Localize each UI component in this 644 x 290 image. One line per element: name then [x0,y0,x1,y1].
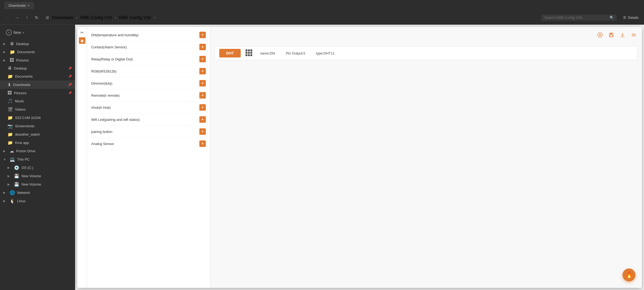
expand-arrow-icon: ▶ [3,50,8,54]
sidebar-item-network[interactable]: ▶ 🌐 Network [0,189,75,197]
svg-rect-14 [248,52,250,54]
details-button[interactable]: ☰ Details [621,15,641,21]
dht-grid-icon[interactable] [245,49,253,58]
forward-button[interactable]: → [13,13,21,22]
add-contact-button[interactable]: + [199,44,206,50]
breadcrumb: Downloads › KME Config V16 › KME Config … [50,15,155,20]
kmeapp-icon: 📁 [8,140,13,145]
sidebar-item-newvol2[interactable]: ▶ 💾 New Volume [0,180,75,189]
expand-arrow-icon: ▶ [8,174,12,178]
flame-button[interactable]: 🔥 [623,269,635,281]
save-action-button[interactable] [607,31,616,39]
search-box: 🔍 [541,15,617,21]
list-item[interactable]: irhub(ir Hub) + [87,102,210,114]
scissors-icon[interactable]: ✂ [80,30,84,35]
sidebar-item-label: deauther_watch [15,132,72,136]
list-item[interactable]: pairing button + [87,126,210,138]
sidebar-item-label: Desktop [16,42,72,46]
screenshots-icon: 📷 [8,124,13,129]
svg-rect-13 [246,52,247,54]
breadcrumb-kme1[interactable]: KME Config V16 [79,15,114,20]
cut-bar: ✂ ▣ [77,27,87,288]
list-item[interactable]: Remote(ir remote) + [87,89,210,102]
details-label: Details [628,16,639,20]
sidebar-item-osc[interactable]: ▶ 💿 OS (C:) [0,164,75,172]
breadcrumb-downloads[interactable]: Downloads [50,15,75,20]
sidebar-item-linux[interactable]: ▶ 🐧 Linux [0,197,75,205]
orange-box-icon[interactable]: ▣ [79,37,85,44]
sidebar-item-videos[interactable]: 🎬 Videos [0,105,75,114]
sidebar-item-s23cam[interactable]: 📁 S23 CAM 31034 [0,114,75,122]
dht-badge: DHT [219,49,241,57]
sidebar-item-deauther[interactable]: 📁 deauther_watch [0,130,75,139]
add-dht-button[interactable]: + [199,32,206,38]
search-input[interactable] [544,16,608,20]
sidebar-item-documents[interactable]: ▶ 📁 Documents [0,48,75,56]
back-button[interactable]: ← [3,13,12,22]
add-irhub-button[interactable]: + [199,104,206,111]
add-action-button[interactable] [596,31,604,39]
newvol1-icon: 💾 [14,173,19,179]
svg-rect-16 [246,54,247,56]
new-button[interactable]: + New ▾ [3,28,27,37]
add-analog-button[interactable]: + [199,140,206,147]
documents2-icon: 📁 [8,74,13,79]
menu-action-button[interactable] [630,31,638,39]
sidebar-item-newvol1[interactable]: ▶ 💾 New Volume [0,172,75,180]
sidebar-item-pictures2[interactable]: 🖼 Pictures 📌 [0,89,75,97]
add-remote-button[interactable]: + [199,92,206,99]
list-item[interactable]: Relay(Relay or Digital Out) + [87,53,210,65]
svg-rect-11 [248,49,250,51]
videos-icon: 🎬 [8,107,13,112]
add-pairing-button[interactable]: + [199,128,206,135]
sidebar-item-proton[interactable]: ▶ ☁ Proton Drive [0,147,75,155]
dht-pin-prop: Pin Output:5 [283,51,308,55]
add-dimmer-button[interactable]: + [199,80,206,86]
svg-rect-4 [610,33,612,34]
sidebar-item-desktop2[interactable]: 🖥 Desktop 📌 [0,64,75,72]
sensor-label: pairing button [91,130,112,134]
linux-icon: 🐧 [10,198,15,204]
download-action-button[interactable] [618,31,627,39]
add-relay-button[interactable]: + [199,56,206,62]
breadcrumb-kme2[interactable]: KME Config V16 [118,15,152,20]
expand-arrow-icon: ▶ [3,191,8,194]
sensor-label: Dht(temperature and humidity) [91,33,138,37]
sidebar-item-pictures[interactable]: ▶ 🖼 Pictures [0,56,75,64]
list-item[interactable]: Dht(temperature and humidity) + [87,29,210,41]
pictures2-icon: 🖼 [8,90,12,95]
tab-close-icon[interactable]: ✕ [27,4,30,7]
flame-icon: 🔥 [625,271,633,278]
new-chevron-icon: ▾ [23,31,24,34]
add-wifiled-button[interactable]: + [199,116,206,123]
sidebar-item-label: Videos [15,107,72,111]
sidebar-item-screenshots[interactable]: 📷 Screenshots [0,122,75,130]
list-item[interactable]: Wifi Led(pairing and wifi status) + [87,114,210,126]
expand-arrow-icon: ▶ [8,183,12,186]
details-icon: ☰ [623,16,626,20]
sidebar-item-documents2[interactable]: 📁 Documents 📌 [0,72,75,81]
sidebar-item-downloads[interactable]: ⬇ Downloads 📌 [0,81,75,89]
list-item[interactable]: Analog Sensor + [87,138,210,150]
refresh-button[interactable]: ↻ [32,13,41,22]
list-item[interactable]: Dimmer(duty) + [87,77,210,89]
svg-rect-10 [246,49,247,51]
sidebar-item-label: Proton Drive [16,149,72,153]
sidebar-item-music[interactable]: 🎵 Music [0,97,75,105]
sidebar-item-thispc[interactable]: ▼ 💻 This PC [0,155,75,164]
list-item[interactable]: RGB(WS2812b) + [87,65,210,77]
sidebar-item-kmeapp[interactable]: 📁 Kme app [0,139,75,147]
up-button[interactable]: ↑ [23,13,31,22]
expand-arrow-icon: ▶ [8,166,12,169]
thispc-icon: 💻 [10,157,15,162]
titlebar-tab[interactable]: Downloads ✕ [4,2,34,9]
sidebar-item-desktop[interactable]: ▶ 🖥 Desktop [0,40,75,48]
pin-icon: 📌 [68,67,72,70]
dht-name-prop: name:Dht [257,51,278,55]
pin-icon: 📌 [68,91,72,95]
documents-icon: 📁 [10,49,15,55]
add-rgb-button[interactable]: + [199,68,206,74]
list-item[interactable]: Contact(Alarm Sensor) + [87,41,210,53]
sensor-label: Wifi Led(pairing and wifi status) [91,118,140,122]
dht-config-row[interactable]: DHT nam [215,46,638,60]
